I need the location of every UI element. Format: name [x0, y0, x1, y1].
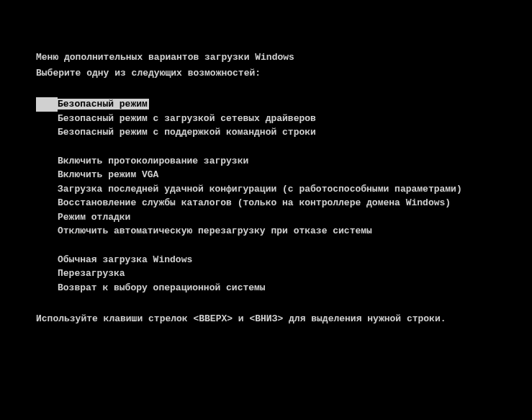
menu-item[interactable]: Безопасный режим с загрузкой сетевых дра… [36, 112, 496, 126]
boot-menu: Безопасный режимБезопасный режим с загру… [36, 97, 496, 295]
menu-item-label: Безопасный режим с поддержкой командной … [58, 127, 316, 138]
menu-item[interactable]: Обычная загрузка Windows [36, 253, 496, 267]
menu-item[interactable]: Восстановление службы каталогов (только … [36, 196, 496, 210]
menu-item-label: Включить протоколирование загрузки [58, 156, 248, 166]
menu-item[interactable]: Возврат к выбору операционной системы [36, 281, 496, 295]
menu-item-label: Загрузка последней удачной конфигурации … [58, 184, 462, 195]
menu-item-label: Перезагрузка [58, 268, 125, 279]
menu-item[interactable]: Безопасный режим с поддержкой командной … [36, 125, 496, 140]
menu-item-label: Возврат к выбору операционной системы [58, 282, 266, 293]
menu-title: Меню дополнительных вариантов загрузки W… [36, 50, 496, 65]
menu-item[interactable]: Перезагрузка [36, 267, 496, 281]
menu-item[interactable]: Безопасный режим [36, 97, 496, 112]
menu-group: Обычная загрузка WindowsПерезагрузкаВозв… [58, 253, 496, 295]
menu-subtitle: Выберите одну из следующих возможностей: [36, 66, 496, 81]
menu-item-label: Обычная загрузка Windows [58, 254, 192, 265]
instruction-text: Используйте клавиши стрелок <ВВЕРХ> и <В… [36, 312, 496, 326]
menu-group: Безопасный режимБезопасный режим с загру… [58, 97, 496, 140]
menu-item-label: Отключить автоматическую перезагрузку пр… [58, 225, 372, 236]
menu-item[interactable]: Загрузка последней удачной конфигурации … [36, 182, 496, 197]
menu-item[interactable]: Отключить автоматическую перезагрузку пр… [36, 224, 496, 238]
menu-group: Включить протоколирование загрузкиВключи… [58, 154, 496, 238]
menu-item-label: Режим отладки [58, 212, 130, 223]
menu-item[interactable]: Режим отладки [36, 210, 496, 225]
menu-item-label: Восстановление службы каталогов (только … [58, 197, 451, 208]
menu-item-label: Безопасный режим с загрузкой сетевых дра… [58, 113, 316, 124]
menu-item[interactable]: Включить протоколирование загрузки [36, 154, 496, 169]
menu-item-label: Включить режим VGA [58, 169, 158, 180]
menu-item-label: Безопасный режим [58, 99, 149, 110]
menu-item[interactable]: Включить режим VGA [36, 168, 496, 182]
